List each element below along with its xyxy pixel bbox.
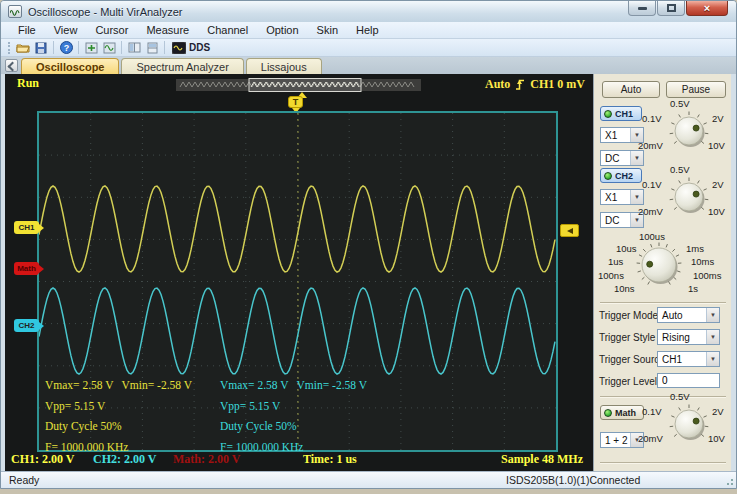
save-icon[interactable]: [32, 40, 50, 56]
minimize-button[interactable]: [628, 1, 656, 16]
chevron-down-icon: [706, 352, 719, 366]
status-bar: Ready ISDS205B(1.0)(1)Connected: [1, 471, 736, 488]
rising-edge-icon: [515, 78, 525, 91]
menu-option[interactable]: Option: [257, 23, 307, 37]
trigger-mode-label: Trigger Mode: [599, 310, 658, 321]
maximize-button[interactable]: [657, 1, 685, 16]
ch1-measurements: Vmax= 2.58 VVmin= -2.58 V Vpp= 5.15 V Du…: [45, 375, 215, 457]
ch2-volt-knob-group: 0.5V 0.1V 2V 20mV 10V: [638, 164, 732, 228]
measure-icon[interactable]: [82, 40, 100, 56]
math-led-icon: [604, 409, 612, 417]
trigger-style-select[interactable]: Rising: [657, 329, 720, 345]
trigger-style-label: Trigger Style: [599, 332, 655, 343]
menu-cursor[interactable]: Cursor: [86, 23, 137, 37]
open-icon[interactable]: [14, 40, 32, 56]
help-icon[interactable]: ?: [57, 40, 75, 56]
tile-horizontal-icon[interactable]: [125, 40, 143, 56]
tab-oscilloscope[interactable]: Oscilloscope: [21, 58, 119, 74]
trigger-mode-readout: Auto: [485, 77, 510, 92]
ch2-led-icon: [604, 172, 612, 180]
menu-skin[interactable]: Skin: [308, 23, 347, 37]
dds-icon: [172, 42, 186, 54]
waveform-icon[interactable]: [100, 40, 118, 56]
ch2-scale-readout: CH2: 2.00 V: [93, 452, 156, 467]
menu-help[interactable]: Help: [347, 23, 388, 37]
close-button[interactable]: ×: [686, 1, 728, 16]
toolbar-separator: [164, 41, 165, 54]
sample-rate-readout: Sample 48 MHz: [501, 452, 583, 467]
menu-measure[interactable]: Measure: [137, 23, 198, 37]
panel-separator: [600, 462, 726, 464]
ch1-scale-readout: CH1: 2.00 V: [11, 452, 74, 467]
trigger-position-tag[interactable]: T: [288, 96, 303, 108]
main-content: Run Auto CH1 0 mV T CH1 Math CH2 Vmax= 2…: [1, 74, 736, 471]
ch2-enable-button[interactable]: CH2: [600, 168, 642, 183]
tab-spectrum-analyzer[interactable]: Spectrum Analyzer: [121, 58, 243, 74]
trigger-level-input[interactable]: [657, 373, 720, 388]
panel-separator: [600, 302, 726, 304]
ch1-volts-knob[interactable]: [668, 110, 710, 152]
tile-vertical-icon[interactable]: [143, 40, 161, 56]
tab-scroll-icon[interactable]: [5, 59, 18, 72]
pause-button[interactable]: Pause: [666, 81, 726, 98]
app-window: Oscilloscope - Multi VirAnalyzer × File …: [0, 0, 737, 489]
ch2-measurements: Vmax= 2.58 VVmin= -2.58 V Vpp= 5.15 V Du…: [220, 375, 390, 457]
control-panel: Auto Pause CH1 X1 DC 0.5V 0.1V 2V 20mV 1…: [593, 74, 731, 471]
minimize-icon: [638, 7, 647, 10]
ch1-volt-knob-group: 0.5V 0.1V 2V 20mV 10V: [638, 98, 732, 162]
close-icon: ×: [704, 3, 710, 14]
math-volts-knob[interactable]: [668, 403, 710, 445]
trigger-level-tag[interactable]: [560, 224, 579, 237]
menu-file[interactable]: File: [9, 23, 45, 37]
auto-button[interactable]: Auto: [602, 81, 660, 98]
toolbar-separator: [121, 41, 122, 54]
scope-display: Run Auto CH1 0 mV T CH1 Math CH2 Vmax= 2…: [5, 74, 593, 471]
dds-label: DDS: [189, 42, 210, 53]
trigger-readout: Auto CH1 0 mV: [485, 77, 585, 92]
maximize-icon: [667, 4, 676, 12]
resize-grip[interactable]: [724, 476, 734, 486]
menu-channel[interactable]: Channel: [198, 23, 257, 37]
ch1-enable-button[interactable]: CH1: [600, 106, 642, 121]
ch2-volts-knob[interactable]: [668, 176, 710, 218]
toolbar-grip[interactable]: [8, 42, 11, 54]
scope-info-bar: CH1: 2.00 V CH2: 2.00 V Math: 2.00 V Tim…: [5, 452, 593, 469]
dds-button[interactable]: DDS: [168, 40, 214, 56]
run-status-label: Run: [17, 76, 39, 91]
toolbar-separator: [78, 41, 79, 54]
trigger-source-readout: CH1 0 mV: [530, 77, 585, 92]
app-icon: [8, 5, 22, 18]
window-title: Oscilloscope - Multi VirAnalyzer: [28, 6, 182, 18]
ch1-led-icon: [604, 110, 612, 118]
menu-view[interactable]: View: [45, 23, 87, 37]
trigger-source-select[interactable]: CH1: [657, 351, 720, 367]
ch2-level-tag[interactable]: CH2: [14, 319, 39, 332]
chevron-down-icon: [706, 330, 719, 344]
tab-bar: Oscilloscope Spectrum Analyzer Lissajous: [1, 57, 736, 74]
math-level-tag[interactable]: Math: [14, 262, 39, 275]
math-volt-knob-group: 0.5V 0.1V 2V 20mV 10V: [638, 391, 732, 455]
chevron-down-icon: [706, 308, 719, 322]
trigger-mode-select[interactable]: Auto: [657, 307, 720, 323]
math-scale-readout: Math: 2.00 V: [173, 452, 240, 467]
timebase-readout: Time: 1 us: [303, 452, 357, 467]
status-text: Ready: [9, 474, 39, 486]
title-bar: Oscilloscope - Multi VirAnalyzer ×: [1, 1, 736, 22]
toolbar: ? DDS: [1, 39, 736, 57]
timebase-knob[interactable]: [635, 241, 683, 289]
menu-bar: File View Cursor Measure Channel Option …: [1, 22, 736, 39]
device-connection-status: ISDS205B(1.0)(1)Connected: [506, 474, 640, 486]
tab-lissajous[interactable]: Lissajous: [246, 58, 322, 74]
ch1-level-tag[interactable]: CH1: [14, 221, 39, 234]
timebase-knob-group: 100us 10us 1ms 1us 10ms 100ns 100ms 10ns…: [596, 230, 732, 300]
trigger-source-label: Trigger Source: [599, 354, 665, 365]
waveform-preview-strip[interactable]: [176, 78, 421, 92]
svg-text:?: ?: [63, 43, 69, 53]
toolbar-separator: [53, 41, 54, 54]
